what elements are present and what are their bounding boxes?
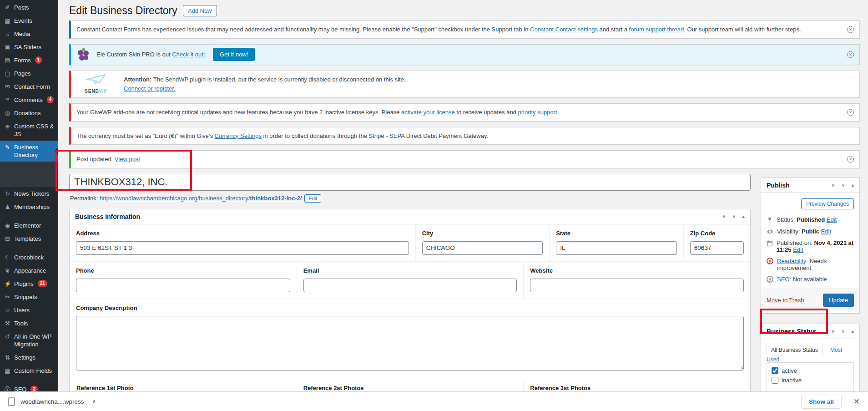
sidebar-menu-bottom: ↻ News Tickers ♟ Memberships ◉ Elementor… (0, 187, 58, 391)
sidebar-item-plugins[interactable]: ⚡ Plugins 21 (0, 277, 58, 290)
sidebar-item-media[interactable]: ♫ Media (0, 27, 58, 41)
dismiss-icon[interactable]: ✕ (847, 51, 854, 58)
sidebar-item-all-in-one-wp-migration[interactable]: ↺ All-in-One WP Migration (0, 330, 58, 351)
view-post-link[interactable]: View post (115, 156, 140, 162)
sidebar-item-appearance[interactable]: ❦ Appearance (0, 264, 58, 277)
address-input[interactable] (76, 241, 409, 255)
sidebar-item-settings[interactable]: ⇅ Settings (0, 351, 58, 364)
submenu-item-all-business-directory[interactable] (0, 164, 58, 169)
sidebar-item-memberships[interactable]: ♟ Memberships (0, 200, 58, 213)
connect-or-register-link[interactable]: Connect or register. (124, 85, 175, 92)
move-down-icon[interactable]: ∨ (732, 213, 736, 219)
media-icon: ♫ (4, 30, 11, 38)
permalink-link[interactable]: https://woodlawnchamberchicago.org/busin… (100, 195, 302, 202)
move-down-icon[interactable]: ∨ (841, 328, 845, 334)
sidebar-item-snippets[interactable]: ✂ Snippets (0, 290, 58, 304)
edit-status-link[interactable]: Edit (827, 216, 837, 223)
pushpin-icon: ✎ (4, 143, 11, 151)
notice-post-updated: Post updated. View post ✕ (69, 150, 860, 168)
dismiss-icon[interactable]: ✕ (847, 156, 854, 162)
table-icon: ▦ (4, 367, 11, 375)
edit-visibility-link[interactable]: Edit (821, 228, 831, 235)
sidebar-item-tools[interactable]: ⚒ Tools (0, 317, 58, 330)
sidebar-item-events[interactable]: ▦ Events (0, 14, 58, 27)
sidebar-item-seo[interactable]: Ⓨ SEO 2 (0, 383, 58, 391)
sidebar-item-elementor[interactable]: ◉ Elementor (0, 219, 58, 232)
close-icon[interactable]: ✕ (853, 397, 860, 406)
sidebar-item-comments[interactable]: ❝ Comments 4 (0, 93, 58, 107)
sidebar-item-business-directory[interactable]: ✎ Business Directory (0, 141, 58, 162)
toggle-panel-icon[interactable]: ▴ (742, 213, 745, 219)
sidebar-item-news-tickers[interactable]: ↻ News Tickers (0, 187, 58, 200)
term-active[interactable]: active (772, 367, 849, 374)
submenu-item-business-status[interactable] (0, 178, 58, 183)
move-up-icon[interactable]: ∧ (831, 182, 835, 188)
seo-row: y SEO: Not available (761, 274, 859, 285)
sidebar-item-label: Elementor (14, 222, 41, 229)
submenu-item-add-new[interactable] (0, 169, 58, 173)
currency-settings-link[interactable]: Currency Settings (215, 132, 262, 139)
metabox-title: Business Status (767, 328, 816, 335)
preview-changes-button[interactable]: Preview Changes (801, 198, 854, 209)
sidebar-item-label: Business Directory (14, 143, 56, 159)
sidebar-item-crocoblock[interactable]: ☾ Crocoblock (0, 251, 58, 264)
term-checkbox[interactable] (772, 367, 778, 374)
activate-license-link[interactable]: activate your license (401, 109, 455, 116)
priority-support-link[interactable]: priority support (518, 109, 557, 116)
phone-input[interactable] (76, 279, 290, 292)
sidebar-item-forms[interactable]: ▤ Forms 1 (0, 54, 58, 67)
company-description-textarea[interactable] (76, 316, 744, 370)
sidebar-item-custom-fields[interactable]: ▦ Custom Fields (0, 364, 58, 377)
readability-link[interactable]: Readability (777, 258, 806, 264)
zip-input[interactable] (690, 241, 744, 255)
sidebar-item-templates[interactable]: ⊟ Templates (0, 232, 58, 245)
sidebar-item-donations[interactable]: ◎ Donations (0, 107, 58, 120)
state-input[interactable] (556, 241, 677, 255)
toggle-panel-icon[interactable]: ▴ (851, 328, 854, 334)
dismiss-icon[interactable]: ✕ (847, 109, 854, 116)
sidebar-item-posts[interactable]: ✐ Posts (0, 1, 58, 14)
sidebar-item-custom-css-js[interactable]: ⊕ Custom CSS & JS (0, 120, 58, 141)
browser-download-bar: woodlawncha....wpress ∧ Show all ✕ (0, 391, 868, 411)
count-badge: 4 (47, 96, 54, 103)
sidebar-item-pages[interactable]: ▢ Pages (0, 67, 58, 80)
sidebar-item-sa-sliders[interactable]: ▣ SA Sliders (0, 41, 58, 54)
city-input[interactable] (422, 241, 543, 255)
calendar-icon: ▦ (4, 17, 11, 25)
sidebar-item-label: Contact Form (14, 83, 50, 91)
business-status-checklist: active inactive (767, 362, 854, 392)
download-file-chip[interactable]: woodlawncha....wpress ∧ (8, 392, 108, 411)
get-it-now-button[interactable]: Get it now! (213, 48, 255, 61)
move-to-trash-link[interactable]: Move to Trash (767, 297, 804, 304)
email-input[interactable] (303, 279, 517, 292)
update-button[interactable]: Update (823, 294, 854, 307)
chevron-up-icon[interactable]: ∧ (92, 398, 96, 405)
status-value: Published (797, 216, 825, 223)
yoast-seo-icon: y (767, 276, 773, 283)
sidebar-item-label: Users (14, 306, 30, 314)
count-badge: 2 (30, 386, 38, 391)
sidebar-item-users[interactable]: ☺ Users (0, 304, 58, 317)
sidebar-item-label: Events (14, 17, 32, 25)
term-inactive[interactable]: inactive (772, 377, 849, 384)
edit-permalink-button[interactable]: Edit (304, 194, 321, 203)
edit-published-link[interactable]: Edit (793, 246, 803, 253)
add-new-button[interactable]: Add New (183, 5, 217, 16)
dismiss-icon[interactable]: ✕ (847, 26, 854, 33)
show-all-button[interactable]: Show all (801, 395, 842, 409)
submenu-item-industries[interactable] (0, 173, 58, 178)
move-down-icon[interactable]: ∨ (841, 182, 845, 188)
move-up-icon[interactable]: ∧ (722, 213, 726, 219)
constant-contact-settings-link[interactable]: Constant Contact settings (530, 26, 598, 33)
post-title-input[interactable] (69, 174, 751, 191)
reference-photo-field: Reference 3st Photos No image selected A… (523, 379, 750, 392)
check-it-out-link[interactable]: Check it out! (172, 51, 205, 58)
toggle-panel-icon[interactable]: ▴ (851, 182, 854, 188)
forum-support-thread-link[interactable]: forum support thread (629, 26, 684, 33)
move-up-icon[interactable]: ∧ (831, 328, 835, 334)
sidebar-item-contact-form[interactable]: ✉ Contact Form (0, 80, 58, 93)
seo-link[interactable]: SEO (777, 276, 789, 283)
tab-all-business-status[interactable]: All Business Status (767, 344, 823, 356)
website-input[interactable] (530, 279, 744, 292)
term-checkbox[interactable] (772, 377, 778, 384)
